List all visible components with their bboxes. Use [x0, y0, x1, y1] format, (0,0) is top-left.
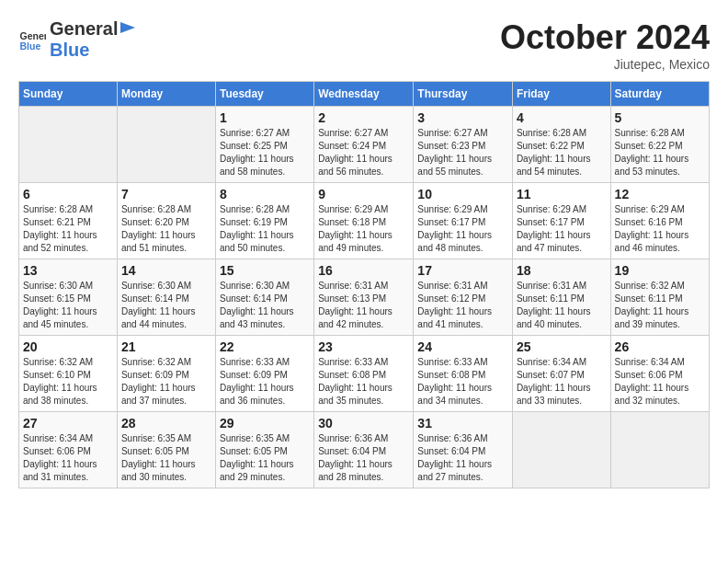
- day-info: Sunrise: 6:29 AMSunset: 6:17 PMDaylight:…: [417, 203, 508, 255]
- calendar-table: Sunday Monday Tuesday Wednesday Thursday…: [18, 81, 710, 488]
- col-friday: Friday: [512, 82, 610, 107]
- calendar-body: 1Sunrise: 6:27 AMSunset: 6:25 PMDaylight…: [19, 107, 710, 488]
- week-row-4: 20Sunrise: 6:32 AMSunset: 6:10 PMDayligh…: [19, 336, 710, 412]
- col-wednesday: Wednesday: [314, 82, 414, 107]
- day-cell: 18Sunrise: 6:31 AMSunset: 6:11 PMDayligh…: [512, 259, 610, 336]
- day-cell: 17Sunrise: 6:31 AMSunset: 6:12 PMDayligh…: [414, 259, 513, 336]
- page-header: General Blue General Blue October 2024 J…: [18, 18, 710, 72]
- day-number: 11: [517, 187, 607, 201]
- day-info: Sunrise: 6:31 AMSunset: 6:12 PMDaylight:…: [417, 280, 508, 331]
- day-cell: 21Sunrise: 6:32 AMSunset: 6:09 PMDayligh…: [117, 336, 215, 412]
- day-info: Sunrise: 6:30 AMSunset: 6:14 PMDaylight:…: [220, 280, 310, 331]
- day-cell: 12Sunrise: 6:29 AMSunset: 6:16 PMDayligh…: [610, 183, 709, 259]
- day-number: 1: [220, 110, 310, 125]
- day-number: 4: [517, 110, 607, 125]
- day-cell: 29Sunrise: 6:35 AMSunset: 6:05 PMDayligh…: [216, 412, 314, 488]
- day-number: 2: [318, 110, 409, 125]
- day-cell: 6Sunrise: 6:28 AMSunset: 6:21 PMDaylight…: [19, 183, 118, 259]
- day-info: Sunrise: 6:27 AMSunset: 6:23 PMDaylight:…: [417, 127, 508, 178]
- day-cell: 14Sunrise: 6:30 AMSunset: 6:14 PMDayligh…: [117, 259, 215, 336]
- logo-flag-icon: [119, 20, 137, 39]
- logo: General Blue General Blue: [18, 18, 138, 61]
- day-cell: 4Sunrise: 6:28 AMSunset: 6:22 PMDaylight…: [512, 107, 610, 183]
- day-cell: 2Sunrise: 6:27 AMSunset: 6:24 PMDaylight…: [314, 107, 414, 183]
- col-sunday: Sunday: [19, 82, 118, 107]
- col-tuesday: Tuesday: [216, 82, 314, 107]
- day-cell: 31Sunrise: 6:36 AMSunset: 6:04 PMDayligh…: [414, 412, 513, 488]
- day-info: Sunrise: 6:28 AMSunset: 6:22 PMDaylight:…: [517, 127, 607, 178]
- day-number: 18: [517, 263, 607, 278]
- day-number: 29: [220, 416, 310, 431]
- day-info: Sunrise: 6:33 AMSunset: 6:08 PMDaylight:…: [417, 356, 508, 408]
- location-title: Jiutepec, Mexico: [500, 57, 710, 72]
- day-info: Sunrise: 6:27 AMSunset: 6:25 PMDaylight:…: [220, 127, 310, 178]
- week-row-3: 13Sunrise: 6:30 AMSunset: 6:15 PMDayligh…: [19, 259, 710, 336]
- day-cell: [610, 412, 709, 488]
- day-cell: 30Sunrise: 6:36 AMSunset: 6:04 PMDayligh…: [314, 412, 414, 488]
- day-cell: [512, 412, 610, 488]
- day-cell: 23Sunrise: 6:33 AMSunset: 6:08 PMDayligh…: [314, 336, 414, 412]
- day-number: 28: [121, 416, 211, 431]
- day-number: 16: [318, 263, 409, 278]
- day-info: Sunrise: 6:34 AMSunset: 6:06 PMDaylight:…: [615, 356, 705, 408]
- day-info: Sunrise: 6:34 AMSunset: 6:06 PMDaylight:…: [23, 432, 113, 484]
- col-thursday: Thursday: [414, 82, 513, 107]
- svg-marker-3: [120, 22, 135, 33]
- day-cell: 10Sunrise: 6:29 AMSunset: 6:17 PMDayligh…: [414, 183, 513, 259]
- day-cell: 19Sunrise: 6:32 AMSunset: 6:11 PMDayligh…: [610, 259, 709, 336]
- week-row-2: 6Sunrise: 6:28 AMSunset: 6:21 PMDaylight…: [19, 183, 710, 259]
- day-info: Sunrise: 6:35 AMSunset: 6:05 PMDaylight:…: [121, 432, 211, 484]
- day-number: 20: [23, 339, 113, 354]
- day-cell: 22Sunrise: 6:33 AMSunset: 6:09 PMDayligh…: [216, 336, 314, 412]
- col-saturday: Saturday: [610, 82, 709, 107]
- day-info: Sunrise: 6:28 AMSunset: 6:21 PMDaylight:…: [23, 203, 113, 255]
- day-number: 14: [121, 263, 211, 278]
- day-info: Sunrise: 6:29 AMSunset: 6:16 PMDaylight:…: [615, 203, 705, 255]
- day-number: 8: [220, 187, 310, 201]
- week-row-5: 27Sunrise: 6:34 AMSunset: 6:06 PMDayligh…: [19, 412, 710, 488]
- col-monday: Monday: [117, 82, 215, 107]
- day-info: Sunrise: 6:32 AMSunset: 6:11 PMDaylight:…: [615, 280, 705, 331]
- day-cell: [117, 107, 215, 183]
- logo-general-text: General: [50, 18, 118, 40]
- day-number: 27: [23, 416, 113, 431]
- day-number: 10: [417, 187, 508, 201]
- day-cell: 1Sunrise: 6:27 AMSunset: 6:25 PMDaylight…: [216, 107, 314, 183]
- day-cell: [19, 107, 118, 183]
- day-info: Sunrise: 6:27 AMSunset: 6:24 PMDaylight:…: [318, 127, 409, 178]
- day-number: 7: [121, 187, 211, 201]
- logo-icon: General Blue: [18, 26, 46, 53]
- day-cell: 27Sunrise: 6:34 AMSunset: 6:06 PMDayligh…: [19, 412, 118, 488]
- day-number: 30: [318, 416, 409, 431]
- day-cell: 20Sunrise: 6:32 AMSunset: 6:10 PMDayligh…: [19, 336, 118, 412]
- day-number: 12: [615, 187, 705, 201]
- day-cell: 9Sunrise: 6:29 AMSunset: 6:18 PMDaylight…: [314, 183, 414, 259]
- svg-text:Blue: Blue: [20, 40, 41, 52]
- day-info: Sunrise: 6:30 AMSunset: 6:14 PMDaylight:…: [121, 280, 211, 331]
- day-info: Sunrise: 6:33 AMSunset: 6:08 PMDaylight:…: [318, 356, 409, 408]
- day-number: 22: [220, 339, 310, 354]
- day-number: 24: [417, 339, 508, 354]
- day-info: Sunrise: 6:36 AMSunset: 6:04 PMDaylight:…: [417, 432, 508, 484]
- day-number: 26: [615, 339, 705, 354]
- day-info: Sunrise: 6:29 AMSunset: 6:17 PMDaylight:…: [517, 203, 607, 255]
- day-number: 3: [417, 110, 508, 125]
- day-cell: 26Sunrise: 6:34 AMSunset: 6:06 PMDayligh…: [610, 336, 709, 412]
- logo-blue-text: Blue: [50, 40, 89, 60]
- day-number: 13: [23, 263, 113, 278]
- day-info: Sunrise: 6:32 AMSunset: 6:09 PMDaylight:…: [121, 356, 211, 408]
- day-number: 19: [615, 263, 705, 278]
- day-number: 6: [23, 187, 113, 201]
- day-number: 23: [318, 339, 409, 354]
- day-info: Sunrise: 6:31 AMSunset: 6:13 PMDaylight:…: [318, 280, 409, 331]
- day-cell: 25Sunrise: 6:34 AMSunset: 6:07 PMDayligh…: [512, 336, 610, 412]
- month-title: October 2024: [500, 18, 710, 57]
- day-number: 15: [220, 263, 310, 278]
- day-cell: 15Sunrise: 6:30 AMSunset: 6:14 PMDayligh…: [216, 259, 314, 336]
- day-cell: 3Sunrise: 6:27 AMSunset: 6:23 PMDaylight…: [414, 107, 513, 183]
- day-number: 5: [615, 110, 705, 125]
- day-number: 25: [517, 339, 607, 354]
- day-info: Sunrise: 6:28 AMSunset: 6:22 PMDaylight:…: [615, 127, 705, 178]
- day-number: 9: [318, 187, 409, 201]
- day-info: Sunrise: 6:35 AMSunset: 6:05 PMDaylight:…: [220, 432, 310, 484]
